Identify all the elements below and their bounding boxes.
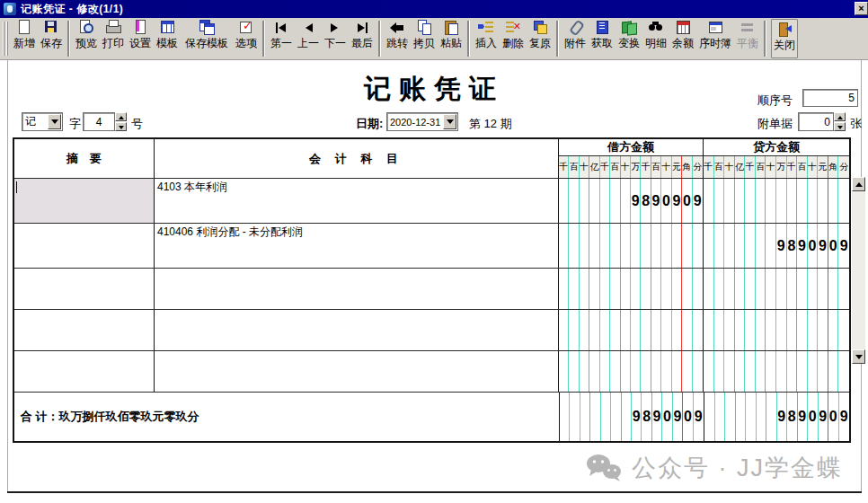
next-record-button[interactable]: 下一 [322, 18, 349, 59]
digit-cell [756, 269, 766, 309]
summary-cell[interactable] [14, 179, 155, 223]
delete-row-button[interactable]: 删除 [500, 18, 527, 59]
close-window-button[interactable]: × [855, 2, 868, 15]
credit-amount-cell[interactable] [704, 269, 849, 309]
balance-amount-button[interactable]: 余额 [669, 18, 696, 59]
digit-cell: 9 [838, 224, 849, 268]
dropdown-arrow-icon[interactable] [443, 114, 456, 129]
debit-amount-cell[interactable] [559, 351, 703, 392]
digit-cell [631, 224, 641, 268]
journal-button[interactable]: 序时簿 [696, 18, 734, 59]
digit-cell [600, 269, 610, 309]
close-voucher-button[interactable]: 关闭 [771, 19, 798, 58]
digit-cell [580, 351, 589, 392]
balance-check-button: 平衡 [734, 18, 761, 59]
summary-cell[interactable] [14, 351, 155, 392]
first-record-button[interactable]: 第一 [268, 18, 295, 59]
spin-up-icon[interactable] [115, 112, 127, 121]
template-button[interactable]: 模板 [154, 18, 181, 59]
last-record-button[interactable]: 最后 [349, 18, 376, 59]
debit-amount-cell[interactable] [559, 269, 703, 309]
prev-record-button[interactable]: 上一 [295, 18, 322, 59]
credit-digit-headers: 千百十亿千百十万千百十元角分 [704, 156, 849, 178]
digit-cell [610, 269, 620, 309]
jump-button[interactable]: 跳转 [384, 18, 411, 59]
digit-cell [756, 351, 766, 392]
spin-down-icon[interactable] [115, 122, 127, 131]
save-template-button[interactable]: 保存模板 [181, 18, 233, 59]
digit-cell [828, 310, 839, 350]
digit-cell [808, 310, 819, 350]
credit-amount-cell[interactable] [704, 351, 849, 392]
vertical-scrollbar[interactable] [852, 177, 865, 364]
paste-button[interactable]: 粘贴 [438, 18, 465, 59]
exit-door-icon [776, 22, 793, 36]
scroll-up-icon[interactable] [852, 177, 865, 191]
attachment-count-spinner[interactable] [834, 112, 846, 131]
digit-header-cell: 十 [580, 156, 589, 178]
restore-button[interactable]: 复原 [527, 18, 554, 59]
credit-amount-cell[interactable] [704, 310, 849, 350]
digit-cell [580, 310, 589, 350]
toolbar: 新增 保存 预览 打印 设置 模板 保存模板 选项 第一 上一 下一 最后 跳转… [0, 18, 868, 60]
attachment-unit-label: 张 [850, 116, 862, 132]
digit-cell [724, 351, 735, 392]
summary-cell[interactable] [14, 269, 155, 309]
digit-cell [631, 351, 641, 392]
insert-row-button[interactable]: 插入 [473, 18, 500, 59]
digit-cell [735, 224, 746, 268]
detail-button[interactable]: 明细 [642, 18, 669, 59]
digit-cell [559, 224, 569, 268]
debit-amount-cell[interactable] [559, 224, 703, 268]
digit-cell [745, 269, 756, 309]
spin-down-icon[interactable] [834, 122, 846, 131]
summary-cell[interactable] [14, 224, 155, 268]
account-cell[interactable]: 410406 利润分配 - 未分配利润 [155, 224, 559, 268]
spin-up-icon[interactable] [834, 112, 846, 121]
summary-cell[interactable] [14, 310, 155, 350]
toolbar-grip[interactable] [3, 22, 9, 56]
digit-cell [682, 351, 692, 392]
digit-cell [560, 393, 570, 441]
account-cell[interactable] [155, 269, 559, 309]
account-cell[interactable]: 4103 本年利润 [155, 179, 559, 223]
table-row [14, 269, 849, 310]
preview-button[interactable]: 预览 [73, 18, 100, 59]
account-header: 会 计 科 目 [155, 139, 559, 178]
toolbar-separator [262, 21, 265, 57]
fetch-button[interactable]: 获取 [589, 18, 616, 59]
attachment-count-input[interactable]: 0 [798, 112, 834, 131]
new-button[interactable]: 新增 [11, 18, 38, 59]
account-cell[interactable] [155, 351, 559, 392]
digit-header-cell: 分 [838, 156, 849, 178]
transform-button[interactable]: 变换 [616, 18, 642, 59]
save-button[interactable]: 保存 [38, 18, 65, 59]
attachment-button[interactable]: 附件 [562, 18, 589, 59]
debit-amount-cell[interactable]: 9890909 [559, 179, 703, 223]
scroll-down-icon[interactable] [852, 349, 865, 364]
digit-header-cell: 十 [808, 156, 819, 178]
digit-cell [808, 179, 819, 223]
digit-cell [776, 269, 787, 309]
digit-cell [787, 351, 798, 392]
wechat-icon [585, 454, 623, 482]
digit-cell [704, 224, 714, 268]
account-cell[interactable] [155, 310, 559, 350]
digit-cell [610, 351, 620, 392]
debit-amount-cell[interactable] [559, 310, 703, 350]
table-header-row: 摘 要 会 计 科 目 借方金额 千百十亿千百十万千百十元角分 贷方金额 千百十… [14, 139, 849, 179]
dropdown-arrow-icon[interactable] [48, 114, 61, 129]
date-combobox[interactable]: 2020-12-31 [386, 112, 458, 131]
copy-button[interactable]: 拷贝 [411, 18, 438, 59]
first-icon [273, 20, 289, 34]
voucher-word-combobox[interactable]: 记 [22, 112, 63, 131]
options-button[interactable]: 选项 [233, 18, 260, 59]
voucher-number-input[interactable]: 4 [83, 112, 115, 131]
print-button[interactable]: 打印 [100, 18, 127, 59]
voucher-number-spinner[interactable] [115, 112, 127, 131]
credit-amount-cell[interactable]: 9890909 [704, 224, 849, 268]
sequence-input[interactable]: 5 [802, 89, 858, 107]
digit-cell [787, 179, 798, 223]
page-setup-button[interactable]: 设置 [127, 18, 154, 59]
credit-amount-cell[interactable] [704, 179, 849, 223]
